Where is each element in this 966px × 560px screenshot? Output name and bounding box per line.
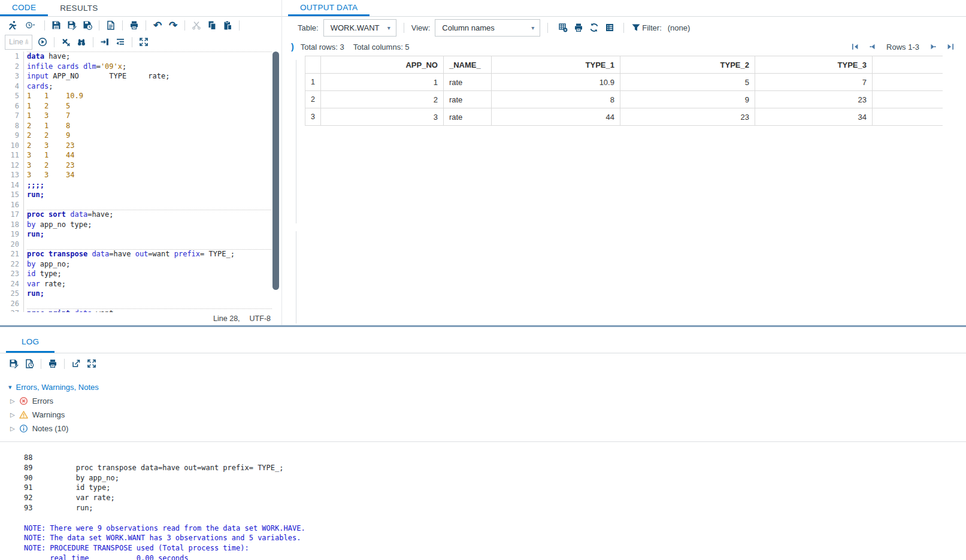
table-row[interactable]: 22rate8923 [305, 91, 943, 108]
export-data-icon[interactable] [555, 20, 571, 35]
column-header-blank[interactable] [305, 56, 321, 74]
column-header-app_no[interactable]: APP_NO [320, 56, 443, 74]
last-page-icon[interactable] [944, 41, 956, 53]
save-with-history-icon[interactable] [80, 18, 95, 32]
filter-funnel-icon[interactable] [630, 20, 642, 35]
code-line[interactable]: 82 1 8 [0, 121, 281, 131]
maximize-icon[interactable] [136, 35, 152, 49]
tree-item-errors[interactable]: ▷ Errors [8, 394, 966, 408]
table-cell[interactable]: rate [443, 91, 491, 108]
table-cell[interactable]: 34 [755, 108, 872, 126]
tree-item-warnings[interactable]: ▷ Warnings [8, 408, 966, 422]
code-line[interactable]: 23id type; [0, 269, 281, 279]
clear-code-icon[interactable] [58, 35, 74, 49]
row-number-cell[interactable]: 2 [305, 91, 321, 108]
table-cell[interactable]: 10.9 [491, 74, 620, 91]
previous-page-icon[interactable] [867, 41, 879, 53]
save-as-icon[interactable] [6, 356, 22, 371]
code-editor[interactable]: 1data have;2infile cards dlm='09'x;3inpu… [0, 52, 281, 312]
run-icon[interactable] [5, 18, 20, 32]
code-line[interactable]: 19run; [0, 229, 281, 240]
save-as-icon[interactable] [64, 18, 80, 32]
row-number-cell[interactable]: 3 [305, 108, 321, 126]
table-cell[interactable]: 5 [620, 74, 755, 91]
format-code-icon[interactable] [113, 35, 128, 49]
tree-root-errors-warnings-notes[interactable]: ▾ Errors, Warnings, Notes [8, 380, 966, 394]
code-line[interactable]: 26 [0, 299, 281, 309]
row-number-cell[interactable]: 1 [305, 74, 321, 91]
table-row[interactable]: 33rate442334 [305, 108, 943, 126]
undo-icon[interactable]: ↶ [150, 18, 165, 32]
sidebar-divider[interactable] [296, 60, 296, 223]
table-cell[interactable]: 8 [491, 91, 620, 108]
pop-out-icon[interactable] [68, 356, 84, 371]
code-line[interactable]: 20 [0, 240, 281, 250]
code-line[interactable]: 123 2 23 [0, 161, 281, 171]
code-line[interactable]: 22by app_no; [0, 259, 281, 270]
tab-code[interactable]: CODE [0, 0, 48, 16]
tab-output-data[interactable]: OUTPUT DATA [288, 0, 370, 16]
find-replace-icon[interactable] [74, 35, 89, 49]
code-line[interactable]: 102 3 23 [0, 141, 281, 151]
view-select[interactable]: Column names ▾ [435, 19, 540, 37]
table-cell[interactable]: rate [443, 74, 491, 91]
print-icon[interactable] [45, 356, 60, 371]
tab-log[interactable]: LOG [6, 337, 54, 353]
paste-icon[interactable] [220, 18, 235, 32]
code-line[interactable]: 61 2 5 [0, 101, 281, 111]
table-cell[interactable] [872, 108, 943, 126]
line-number-input[interactable] [5, 35, 32, 50]
code-line[interactable]: 25run; [0, 289, 281, 299]
code-line[interactable]: 21proc transpose data=have out=want pref… [0, 249, 281, 259]
go-to-line-icon[interactable] [35, 35, 50, 49]
table-cell[interactable]: 3 [320, 108, 443, 126]
refresh-icon[interactable] [586, 20, 602, 35]
code-line[interactable]: 14;;;; [0, 180, 281, 190]
column-header-type_1[interactable]: TYPE_1 [491, 56, 620, 74]
table-cell[interactable]: 44 [491, 108, 620, 126]
table-cell[interactable]: 2 [320, 91, 443, 108]
code-line[interactable]: 133 3 34 [0, 170, 281, 180]
expand-sidebar-icon[interactable]: ) [291, 42, 294, 52]
table-cell[interactable]: 9 [620, 91, 755, 108]
code-line[interactable]: 2infile cards dlm='09'x; [0, 62, 281, 72]
code-line[interactable]: 18by app_no type; [0, 220, 281, 230]
column-header-type_2[interactable]: TYPE_2 [620, 56, 755, 74]
table-cell[interactable] [872, 91, 943, 108]
redo-icon[interactable]: ↷ [165, 18, 181, 32]
cut-icon[interactable] [189, 18, 204, 32]
table-cell[interactable]: 7 [755, 74, 872, 91]
code-line[interactable]: 17proc sort data=have; [0, 210, 281, 220]
maximize-icon[interactable] [84, 356, 99, 371]
code-line[interactable]: 51 1 10.9 [0, 91, 281, 101]
table-row[interactable]: 11rate10.957 [305, 74, 943, 91]
editor-scrollbar[interactable] [272, 52, 279, 290]
code-line[interactable]: 4cards; [0, 81, 281, 92]
column-header-_name_[interactable]: _NAME_ [443, 56, 491, 74]
table-cell[interactable] [872, 74, 943, 91]
column-header-type_3[interactable]: TYPE_3 [755, 56, 872, 74]
table-cell[interactable]: 23 [755, 91, 872, 108]
code-line[interactable]: 1data have; [0, 52, 281, 62]
next-page-icon[interactable] [927, 41, 939, 53]
column-header-blank[interactable] [872, 56, 943, 74]
table-cell[interactable]: 23 [620, 108, 755, 126]
copy-icon[interactable] [204, 18, 220, 32]
open-program-icon[interactable] [103, 18, 119, 32]
print-icon[interactable] [571, 20, 586, 35]
code-line[interactable]: 15run; [0, 190, 281, 200]
table-select[interactable]: WORK.WANT ▾ [323, 19, 396, 37]
print-icon[interactable] [126, 18, 142, 32]
first-page-icon[interactable] [849, 41, 861, 53]
table-cell[interactable]: rate [443, 108, 491, 126]
code-line[interactable]: 16 [0, 200, 281, 210]
tree-item-notes[interactable]: ▷ Notes (10) [8, 422, 966, 435]
column-properties-icon[interactable] [602, 20, 617, 35]
code-line[interactable]: 113 1 44 [0, 150, 281, 161]
tab-results[interactable]: RESULTS [48, 0, 110, 16]
table-cell[interactable]: 1 [320, 74, 443, 91]
save-icon[interactable] [49, 18, 64, 32]
code-line[interactable]: 24var rate; [0, 279, 281, 289]
code-line[interactable]: 3input APP_NO TYPE rate; [0, 71, 281, 81]
move-code-icon[interactable] [97, 35, 113, 49]
